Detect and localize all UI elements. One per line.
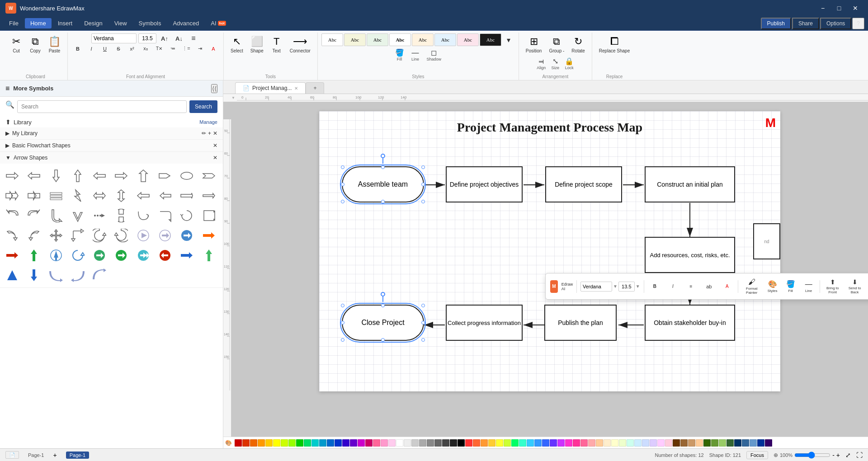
- edraw-ai-logo[interactable]: M: [550, 280, 558, 293]
- arrow-return-right[interactable]: [156, 206, 175, 225]
- color-swatch[interactable]: [481, 439, 488, 447]
- arrow-curve-br[interactable]: [68, 266, 87, 285]
- color-swatch[interactable]: [273, 439, 280, 447]
- color-swatch[interactable]: [634, 439, 642, 447]
- cut-button[interactable]: ✂Cut: [7, 33, 25, 56]
- node-close-project[interactable]: Close Project: [342, 305, 424, 341]
- menu-file[interactable]: File: [4, 18, 24, 28]
- color-swatch[interactable]: [519, 439, 526, 447]
- node-add-resources[interactable]: Add resources, cost, risks, etc.: [645, 237, 735, 273]
- arrow-lightning[interactable]: [68, 186, 87, 205]
- arrow-shape-up[interactable]: [68, 166, 87, 185]
- node9-handle-tm[interactable]: [381, 304, 385, 307]
- color-swatch[interactable]: [565, 439, 572, 447]
- style-sample-1[interactable]: Abc: [321, 33, 343, 46]
- color-swatch[interactable]: [703, 439, 711, 447]
- color-swatch[interactable]: [458, 439, 465, 447]
- numbered-list-button[interactable]: ⋮=: [180, 44, 193, 53]
- arrow-misc2[interactable]: [199, 206, 218, 225]
- color-swatch[interactable]: [342, 439, 349, 447]
- arrow-shape-down[interactable]: [47, 166, 66, 185]
- close-button[interactable]: ✕: [848, 4, 863, 13]
- lib-section-close-my-library[interactable]: ✕: [213, 130, 217, 136]
- color-swatch[interactable]: [642, 439, 649, 447]
- strikethrough-button[interactable]: S: [112, 45, 125, 53]
- color-swatch[interactable]: [757, 439, 764, 447]
- lib-section-close-flowchart[interactable]: ✕: [213, 142, 217, 149]
- arrow-diagonal[interactable]: [68, 226, 87, 245]
- lib-section-header-flowchart[interactable]: ▶ Basic Flowchart Shapes ✕: [0, 140, 223, 151]
- manage-button[interactable]: Manage: [199, 119, 217, 125]
- color-swatch[interactable]: [281, 439, 288, 447]
- tab-close-button[interactable]: ✕: [294, 86, 298, 91]
- lib-section-header-arrows[interactable]: ▼ Arrow Shapes ✕: [0, 152, 223, 164]
- bullet-list-button[interactable]: ≔: [166, 44, 179, 53]
- menu-design[interactable]: Design: [79, 18, 108, 28]
- rotate-button[interactable]: ↻Rotate: [568, 33, 588, 56]
- arrow-turn-down[interactable]: [47, 206, 66, 225]
- arrow-orange-right[interactable]: [199, 226, 218, 245]
- color-swatch[interactable]: [765, 439, 772, 447]
- node-publish-plan[interactable]: Publish the plan: [544, 305, 617, 341]
- lib-section-close-arrows[interactable]: ✕: [213, 155, 217, 161]
- node-assemble-team[interactable]: Assemble team: [342, 166, 424, 202]
- color-swatch[interactable]: [311, 439, 319, 447]
- color-swatch[interactable]: [534, 439, 542, 447]
- italic-button[interactable]: I: [85, 45, 98, 53]
- ft-line-button[interactable]: — Line: [802, 278, 816, 295]
- color-swatch[interactable]: [242, 439, 250, 447]
- menu-insert[interactable]: Insert: [52, 18, 78, 28]
- node9-handle-tl[interactable]: [341, 304, 344, 307]
- color-swatch[interactable]: [650, 439, 657, 447]
- publish-button[interactable]: Publish: [761, 18, 791, 29]
- arrow-move[interactable]: [47, 226, 66, 245]
- arrow-play[interactable]: [134, 226, 153, 245]
- ft-fill-button[interactable]: 🪣 Fill: [783, 278, 798, 295]
- color-swatch[interactable]: [488, 439, 495, 447]
- color-swatch[interactable]: [580, 439, 588, 447]
- sidebar-collapse-button[interactable]: ⟨⟨: [211, 84, 217, 93]
- arrow-curve-down[interactable]: [134, 206, 153, 225]
- underline-button[interactable]: U: [99, 45, 111, 53]
- arrow-double-right2[interactable]: [24, 186, 43, 205]
- color-swatch[interactable]: [319, 439, 326, 447]
- color-swatch[interactable]: [496, 439, 503, 447]
- color-swatch[interactable]: [596, 439, 603, 447]
- color-swatch[interactable]: [450, 439, 457, 447]
- color-swatch[interactable]: [527, 439, 534, 447]
- color-swatch[interactable]: [611, 439, 618, 447]
- shadow-button[interactable]: ◻Shadow: [425, 48, 444, 63]
- connector-button[interactable]: ⟶ Connector: [287, 33, 314, 56]
- arrow-v-shape[interactable]: [68, 206, 87, 225]
- decrease-font-button[interactable]: A↓: [173, 34, 185, 43]
- color-swatch[interactable]: [258, 439, 265, 447]
- color-swatch[interactable]: [511, 439, 519, 447]
- diagram-canvas[interactable]: M Project Management Process Map: [319, 111, 780, 391]
- color-swatch[interactable]: [358, 439, 365, 447]
- arrow-circle-right[interactable]: [156, 226, 175, 245]
- style-sample-4[interactable]: Abc: [389, 33, 411, 46]
- font-size-input[interactable]: [138, 33, 156, 43]
- arrow-dots-right[interactable]: [90, 206, 109, 225]
- ft-format-painter-button[interactable]: 🖌 Format Painter: [742, 276, 762, 296]
- color-swatch[interactable]: [288, 439, 296, 447]
- arrow-striped[interactable]: [177, 186, 196, 205]
- font-color-button[interactable]: A: [207, 45, 220, 53]
- replace-shape-button[interactable]: ⧠ Replace Shape: [596, 33, 633, 56]
- node9-handle-mr[interactable]: [421, 321, 425, 325]
- arrow-shape-misc1[interactable]: [199, 166, 218, 185]
- new-tab-button[interactable]: +: [306, 82, 324, 94]
- menu-advanced[interactable]: Advanced: [167, 18, 204, 28]
- paste-button[interactable]: 📋Paste: [45, 33, 64, 56]
- node-define-objectives[interactable]: Define project objectives: [446, 166, 523, 202]
- color-swatch[interactable]: [726, 439, 734, 447]
- node9-handle-br[interactable]: [421, 338, 425, 342]
- color-swatch[interactable]: [434, 439, 442, 447]
- clear-format-button[interactable]: T✕: [153, 45, 165, 52]
- style-sample-3[interactable]: Abc: [367, 33, 388, 46]
- color-swatch[interactable]: [388, 439, 396, 447]
- color-swatch[interactable]: [419, 439, 426, 447]
- node9-handle-bl[interactable]: [341, 338, 344, 342]
- color-swatch[interactable]: [381, 439, 388, 447]
- fill-button[interactable]: 🪣Fill: [393, 48, 406, 63]
